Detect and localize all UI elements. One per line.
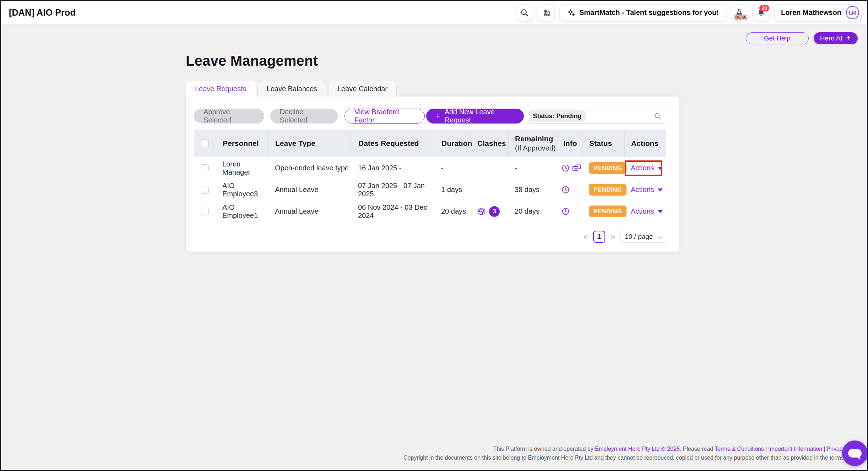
search-icon xyxy=(654,112,662,120)
actions-dropdown[interactable]: Actions xyxy=(631,207,663,215)
page-size-select[interactable]: 10 / page ⌄ xyxy=(620,231,666,243)
user-menu-button[interactable]: Loren Mathewson LM xyxy=(775,5,861,21)
actions-label: Actions xyxy=(631,186,654,194)
tab-label: Leave Requests xyxy=(195,85,246,93)
beta-badge: BETA xyxy=(734,15,747,20)
col-status: Status xyxy=(582,130,624,157)
row-checkbox[interactable] xyxy=(201,186,209,194)
info-cell xyxy=(557,164,582,172)
important-information-link[interactable]: Important Information xyxy=(768,446,822,452)
col-actions: Actions xyxy=(624,130,666,157)
personnel-cell: AIO Employee3 xyxy=(216,182,268,198)
next-page-button[interactable]: > xyxy=(610,232,615,241)
footer-separator: | xyxy=(824,446,825,452)
row-select-cell xyxy=(194,208,216,215)
hero-ai-label: Hero AI xyxy=(820,34,842,42)
leave-type-cell: Annual Leave xyxy=(268,186,352,194)
actions-label: Actions xyxy=(631,164,654,172)
comments-icon[interactable] xyxy=(572,164,581,172)
table-body: Loren Manager Open-ended leave type 16 J… xyxy=(194,157,666,222)
tab-leave-requests[interactable]: Leave Requests xyxy=(186,81,256,97)
smartmatch-button[interactable]: SmartMatch - Talent suggestions for you! xyxy=(560,5,726,21)
personnel-cell: AIO Employee1 xyxy=(216,203,268,220)
pagination: < 1 > 10 / page ⌄ xyxy=(186,231,666,243)
tab-label: Leave Balances xyxy=(267,85,317,93)
history-clock-icon[interactable] xyxy=(562,186,570,194)
status-cell: PENDING xyxy=(582,206,624,217)
avatar: LM xyxy=(846,6,859,19)
page-content: Leave Management Leave Requests Leave Ba… xyxy=(186,53,680,252)
view-bradford-factor-button[interactable]: View Bradford Factor xyxy=(345,109,425,124)
footer-line-1: This Platform is owned and operated by E… xyxy=(1,444,868,453)
col-remaining: Remaining (If Approved) xyxy=(508,130,557,157)
chat-bubble-icon xyxy=(848,449,862,458)
user-name: Loren Mathewson xyxy=(781,9,841,17)
clash-count-badge[interactable]: 3 xyxy=(489,206,500,217)
history-clock-icon[interactable] xyxy=(562,164,570,172)
dates-cell: 06 Nov 2024 - 03 Dec 2024 xyxy=(352,203,435,220)
col-dates-requested: Dates Requested xyxy=(352,130,435,157)
footer-line-2: Copyright in the documents on this site … xyxy=(1,453,868,462)
sparkle-icon xyxy=(567,9,575,17)
topbar: [DAN] AIO Prod xyxy=(1,1,867,24)
remaining-cell: 38 days xyxy=(508,186,557,194)
decline-selected-button[interactable]: Decline Selected xyxy=(270,109,338,124)
get-help-button[interactable]: Get Help xyxy=(746,32,809,44)
row-checkbox[interactable] xyxy=(201,208,209,215)
approve-selected-button[interactable]: Approve Selected xyxy=(194,109,264,124)
leave-requests-table: Personnel Leave Type Dates Requested Dur… xyxy=(194,130,666,222)
plus-icon: + xyxy=(435,111,440,120)
row-select-cell xyxy=(194,164,216,172)
remaining-cell: - xyxy=(508,164,557,172)
status-filter-chip[interactable]: Status: Pending xyxy=(528,110,586,122)
actions-dropdown[interactable]: Actions xyxy=(631,186,663,194)
global-search-button[interactable] xyxy=(516,5,533,21)
beta-labs-button[interactable]: BETA xyxy=(731,5,748,21)
hero-ai-button[interactable]: Hero AI xyxy=(814,32,858,44)
table-row: AIO Employee3 Annual Leave 07 Jan 2025 -… xyxy=(194,179,666,201)
chevron-down-icon: ⌄ xyxy=(656,234,663,240)
chevron-down-icon xyxy=(658,188,663,192)
dates-cell: 07 Jan 2025 - 07 Jan 2025 xyxy=(352,182,435,198)
info-cell xyxy=(557,186,582,194)
history-clock-icon[interactable] xyxy=(562,207,570,215)
actions-dropdown[interactable]: Actions xyxy=(631,164,663,172)
table-row: Loren Manager Open-ended leave type 16 J… xyxy=(194,157,666,179)
filter-search-input[interactable]: Status: Pending xyxy=(524,109,666,124)
get-help-label: Get Help xyxy=(764,34,791,42)
select-all-checkbox[interactable] xyxy=(201,139,209,147)
company-link[interactable]: Employment Hero Pty Ltd © 2025 xyxy=(595,446,680,452)
building-icon xyxy=(542,8,551,17)
page-size-value: 10 / page xyxy=(625,233,653,241)
terms-link[interactable]: Terms & Conditions xyxy=(715,446,764,452)
col-remaining-line1: Remaining xyxy=(515,135,557,143)
chat-launcher-button[interactable] xyxy=(842,440,868,466)
chevron-down-icon xyxy=(658,167,663,170)
page-title: Leave Management xyxy=(186,53,680,69)
previous-page-button[interactable]: < xyxy=(583,232,588,241)
footer-text: This Platform is owned and operated by xyxy=(493,446,595,452)
row-checkbox[interactable] xyxy=(201,164,209,172)
col-personnel: Personnel xyxy=(216,130,268,157)
actions-cell: Actions xyxy=(624,207,666,215)
tab-leave-calendar[interactable]: Leave Calendar xyxy=(328,81,397,97)
leave-requests-panel: Approve Selected Decline Selected View B… xyxy=(186,97,679,252)
decline-selected-label: Decline Selected xyxy=(280,108,328,124)
page-number-button[interactable]: 1 xyxy=(593,231,605,243)
table-row: AIO Employee1 Annual Leave 06 Nov 2024 -… xyxy=(194,201,666,222)
notifications-button[interactable]: 20 xyxy=(753,5,769,21)
tab-bar: Leave Requests Leave Balances Leave Cale… xyxy=(186,81,680,97)
add-new-leave-request-label: Add New Leave Request xyxy=(445,108,515,124)
status-badge: PENDING xyxy=(589,206,626,217)
status-badge: PENDING xyxy=(589,184,626,196)
status-badge: PENDING xyxy=(589,162,626,174)
add-new-leave-request-button[interactable]: + Add New Leave Request xyxy=(426,109,524,124)
tab-leave-balances[interactable]: Leave Balances xyxy=(257,81,326,97)
info-cell xyxy=(557,207,582,215)
approve-selected-label: Approve Selected xyxy=(204,108,255,124)
footer-separator: | xyxy=(765,446,767,452)
search-icon xyxy=(520,8,529,17)
organisation-button[interactable] xyxy=(538,5,554,21)
app-title: [DAN] AIO Prod xyxy=(9,7,76,18)
tab-label: Leave Calendar xyxy=(337,85,387,93)
